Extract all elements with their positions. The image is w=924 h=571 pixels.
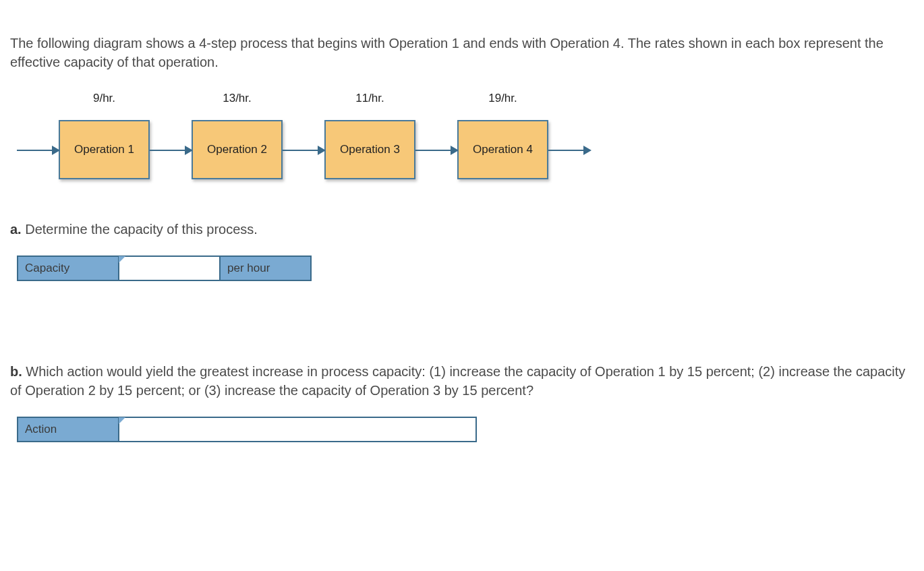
- action-label-cell: Action: [18, 417, 119, 442]
- capacity-unit-cell: per hour: [220, 256, 311, 280]
- rate-label: 11/hr.: [355, 92, 384, 105]
- arrow-2-3: [283, 120, 324, 151]
- operation-box: Operation 4: [457, 120, 548, 179]
- capacity-input[interactable]: [119, 257, 219, 280]
- cell-notch-icon: [119, 256, 125, 263]
- capacity-answer-row: Capacity per hour: [17, 256, 312, 281]
- arrow-icon: [17, 150, 59, 151]
- capacity-input-cell[interactable]: [119, 256, 220, 280]
- rate-label: 13/hr.: [223, 92, 252, 105]
- rate-label: 19/hr.: [488, 92, 517, 105]
- operation-3: 11/hr. Operation 3: [324, 92, 415, 179]
- question-b: b. Which action would yield the greatest…: [10, 362, 914, 400]
- arrow-icon: [150, 150, 192, 151]
- arrow-lead: [17, 120, 59, 151]
- operation-box: Operation 2: [192, 120, 283, 179]
- arrow-icon: [283, 150, 324, 151]
- action-input[interactable]: [119, 418, 475, 441]
- question-a: a. Determine the capacity of this proces…: [10, 220, 914, 239]
- operation-4: 19/hr. Operation 4: [457, 92, 548, 179]
- question-a-bold: a.: [10, 222, 22, 237]
- question-b-text: Which action would yield the greatest in…: [10, 364, 905, 398]
- operation-2: 13/hr. Operation 2: [192, 92, 283, 179]
- question-a-text: Determine the capacity of this process.: [22, 222, 258, 237]
- arrow-icon: [415, 150, 457, 151]
- cell-notch-icon: [119, 417, 125, 424]
- process-diagram: 9/hr. Operation 1 13/hr. Operation 2 11/…: [17, 92, 917, 179]
- question-b-bold: b.: [10, 364, 22, 379]
- action-input-cell[interactable]: [119, 417, 476, 442]
- operation-box: Operation 3: [324, 120, 415, 179]
- arrow-out: [548, 120, 590, 151]
- capacity-label-cell: Capacity: [18, 256, 119, 280]
- arrow-1-2: [150, 120, 192, 151]
- operation-1: 9/hr. Operation 1: [59, 92, 150, 179]
- rate-label: 9/hr.: [93, 92, 115, 105]
- operation-box: Operation 1: [59, 120, 150, 179]
- arrow-icon: [548, 150, 590, 151]
- arrow-3-4: [415, 120, 457, 151]
- action-answer-row: Action: [17, 417, 477, 442]
- intro-text: The following diagram shows a 4-step pro…: [10, 34, 914, 71]
